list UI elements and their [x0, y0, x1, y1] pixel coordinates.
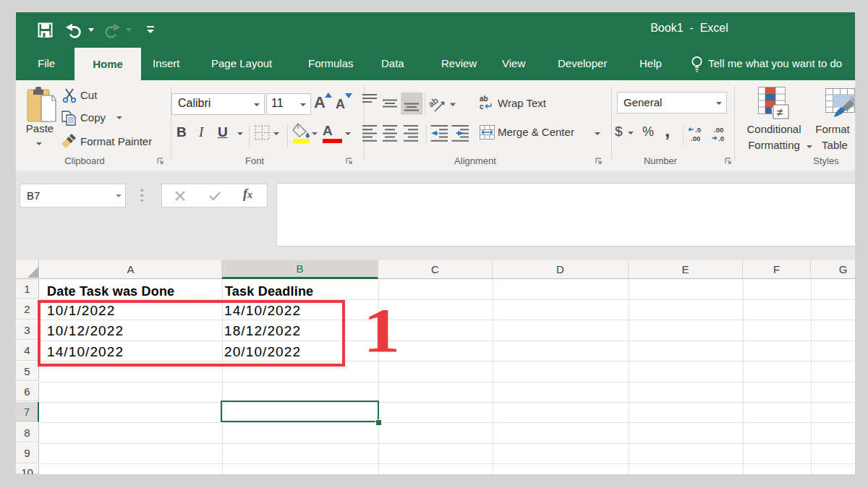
svg-text:c: c — [480, 103, 484, 111]
svg-text:.00: .00 — [691, 134, 700, 142]
svg-text:ab: ab — [480, 95, 488, 103]
svg-text:.0: .0 — [718, 134, 724, 142]
svg-text:≠: ≠ — [777, 106, 783, 119]
svg-text:.00: .00 — [714, 126, 723, 134]
svg-text:.0: .0 — [695, 126, 701, 134]
